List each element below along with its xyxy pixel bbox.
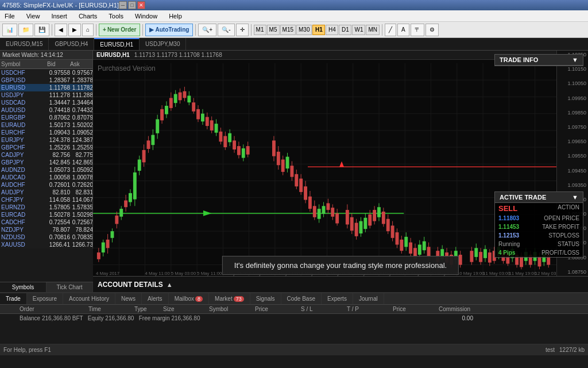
market-row[interactable]: AUDCAD 1.00058 1.00078	[0, 174, 92, 181]
bottom-tab-market[interactable]: Market73	[209, 293, 250, 304]
bottom-tab-trade[interactable]: Trade	[0, 293, 27, 304]
market-row[interactable]: XAUUSD 1266.41 1266.73	[0, 241, 92, 248]
statusbar-help: For Help, press F1	[3, 347, 51, 353]
market-row[interactable]: EURAUD 1.50173 1.50202	[0, 121, 92, 129]
market-bid: 82.756	[47, 152, 70, 158]
save-button[interactable]: 💾	[34, 24, 49, 36]
svg-rect-54	[142, 150, 146, 162]
market-row[interactable]: USDCHF 0.97558 0.97567	[0, 69, 92, 76]
bottom-tab-experts[interactable]: Experts	[322, 293, 353, 304]
menu-tools[interactable]: Tools	[106, 13, 126, 20]
chart-tab-gbpusdh4[interactable]: GBPUSD,H4	[49, 38, 94, 50]
chart-canvas[interactable]: 4 May 2017 4 May 11:00 5 May 03:00 5 May…	[93, 63, 556, 276]
market-row[interactable]: AUDNZD 1.05073 1.05092	[0, 166, 92, 174]
bottom-tab-account-history[interactable]: Account History	[63, 293, 115, 304]
tf-m5[interactable]: M5	[267, 25, 280, 35]
menu-window[interactable]: Window	[133, 13, 160, 20]
open-button[interactable]: 📁	[18, 24, 33, 36]
new-order-button[interactable]: + New Order	[99, 24, 140, 36]
market-row[interactable]: CADCHF 0.72554 0.72567	[0, 218, 92, 226]
chart-tab-eurusdm15[interactable]: EURUSD,M15	[0, 38, 49, 50]
market-ask: 1.09052	[70, 129, 92, 136]
svg-rect-164	[418, 244, 421, 255]
menu-insert[interactable]: Insert	[49, 13, 69, 20]
market-row[interactable]: USDJPY 111.278 111.288	[0, 91, 92, 99]
bottom-tab-journal[interactable]: Journal	[353, 293, 384, 304]
tab-tick-chart[interactable]: Tick Chart	[47, 282, 93, 292]
market-row[interactable]: CHFJPY 114.058 114.067	[0, 196, 92, 204]
menu-help[interactable]: Help	[167, 13, 184, 20]
zoom-in-button[interactable]: 🔍+	[198, 24, 216, 36]
settings-button[interactable]: ⚙	[425, 24, 439, 36]
market-symbol: USDCAD	[1, 99, 47, 106]
minimize-button[interactable]: ─	[119, 1, 127, 9]
col-tp: T / P	[347, 306, 393, 312]
active-trade-chevron[interactable]: ▼	[572, 194, 578, 201]
market-row[interactable]: EURCAD 1.50278 1.50298	[0, 211, 92, 218]
market-row[interactable]: USDCAD 1.34447 1.34464	[0, 99, 92, 106]
line-button[interactable]: ╱	[385, 24, 396, 36]
trade-status-value: Running	[498, 241, 539, 247]
svg-rect-188	[483, 249, 487, 258]
trade-info-chevron[interactable]: ▼	[572, 56, 578, 63]
maximize-button[interactable]: □	[128, 1, 136, 9]
bottom-tab-news[interactable]: News	[115, 293, 142, 304]
market-symbol: AUDNZD	[1, 167, 47, 173]
bottom-tab-mailbox[interactable]: Mailbox8	[169, 293, 209, 304]
market-row[interactable]: AUDJPY 82.810 82.831	[0, 189, 92, 196]
market-row[interactable]: GBPCHF 1.25226 1.25259	[0, 144, 92, 151]
svg-rect-40	[111, 231, 114, 238]
trade-stoploss-row: 1.12153 STOPLOSS	[495, 231, 583, 240]
bottom-tab-signals[interactable]: Signals	[250, 293, 281, 304]
trade-info-panel: TRADE INFO ▼	[494, 54, 583, 66]
crosshair-button[interactable]: ✛	[236, 24, 249, 36]
close-button[interactable]: ✕	[137, 1, 145, 9]
new-chart-button[interactable]: 📊	[2, 24, 17, 36]
market-row[interactable]: NZDJPY 78.807 78.824	[0, 226, 92, 233]
market-row[interactable]: EURJPY 124.378 124.387	[0, 136, 92, 144]
back-button[interactable]: ◀	[55, 24, 67, 36]
tab-symbols[interactable]: Symbols	[0, 282, 47, 292]
market-row[interactable]: EURNZD 1.57805 1.57835	[0, 204, 92, 211]
text-button[interactable]: A	[397, 24, 409, 36]
tf-h1[interactable]: H1	[312, 25, 325, 35]
market-row[interactable]: AUDCHF 0.72601 0.72620	[0, 181, 92, 189]
chart-tab-usdjpym30[interactable]: USDJPY,M30	[140, 38, 186, 50]
autotrading-button[interactable]: ▶ AutoTrading	[145, 24, 193, 36]
market-row[interactable]: GBPJPY 142.845 142.865	[0, 159, 92, 166]
bottom-tab-exposure[interactable]: Exposure	[27, 293, 63, 304]
tf-d1[interactable]: D1	[339, 25, 351, 35]
home-button[interactable]: ⌂	[82, 24, 94, 36]
market-bid: 1.28367	[47, 77, 70, 83]
bottom-panel: Trade Exposure Account History News Aler…	[0, 292, 588, 344]
menu-file[interactable]: File	[2, 13, 17, 20]
account-details-bar[interactable]: ACCOUNT DETAILS ▲	[93, 276, 588, 292]
market-ask: 0.97567	[70, 70, 92, 76]
svg-rect-58	[151, 135, 154, 145]
tf-h4[interactable]: H4	[326, 25, 338, 35]
svg-text:11 May 03:00: 11 May 03:00	[483, 271, 510, 276]
svg-rect-84	[210, 120, 214, 131]
chart-tab-eurusdh1[interactable]: EURUSD,H1	[94, 38, 140, 50]
market-row[interactable]: NZDUSD 0.70816 0.70835	[0, 233, 92, 241]
menu-view[interactable]: View	[24, 13, 42, 20]
market-row[interactable]: EURCHF 1.09043 1.09052	[0, 129, 92, 136]
tf-mn[interactable]: MN	[366, 25, 380, 35]
market-row[interactable]: GBPUSD 1.28367 1.28378	[0, 76, 92, 84]
market-row[interactable]: AUDUSD 0.74418 0.74432	[0, 106, 92, 114]
market-symbol: EURGBP	[1, 114, 47, 121]
market-row[interactable]: EURGBP 0.87062 0.87079	[0, 114, 92, 121]
svg-rect-82	[206, 117, 209, 126]
bottom-tab-alerts[interactable]: Alerts	[142, 293, 169, 304]
tf-m30[interactable]: M30	[296, 25, 312, 35]
tf-w1[interactable]: W1	[352, 25, 365, 35]
market-row[interactable]: EURUSD 1.11768 1.11782	[0, 84, 92, 91]
menu-charts[interactable]: Charts	[76, 13, 99, 20]
tf-m1[interactable]: M1	[254, 25, 266, 35]
fib-button[interactable]: 〒	[411, 24, 424, 36]
tf-m15[interactable]: M15	[280, 25, 296, 35]
zoom-out-button[interactable]: 🔍-	[218, 24, 234, 36]
forward-button[interactable]: ▶	[68, 24, 81, 36]
bottom-tab-codebase[interactable]: Code Base	[281, 293, 322, 304]
market-row[interactable]: CADJPY 82.756 82.775	[0, 151, 92, 159]
